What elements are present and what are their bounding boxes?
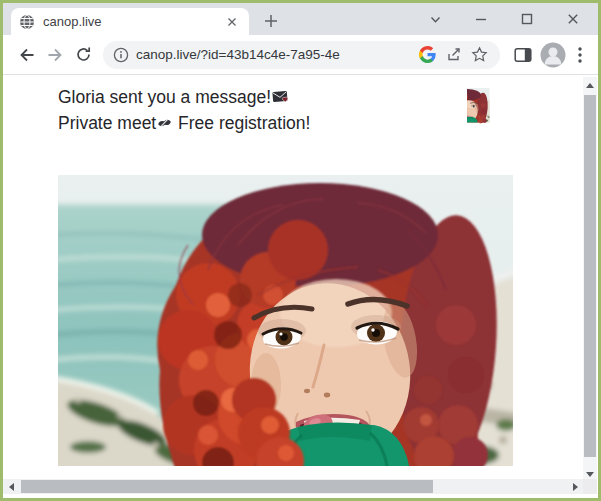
scroll-right-icon[interactable] [567,479,583,494]
share-icon[interactable] [440,42,466,68]
horizontal-scroll-thumb[interactable] [21,480,433,493]
chevron-down-icon[interactable] [412,3,458,35]
sender-photo[interactable] [58,175,513,466]
forward-icon[interactable] [41,41,69,69]
new-tab-button[interactable] [259,9,283,33]
sender-avatar-thumbnail[interactable] [467,83,520,133]
scroll-up-icon[interactable] [583,77,597,93]
page-info-icon[interactable] [113,47,129,63]
vertical-scroll-thumb[interactable] [584,95,596,457]
scrollbar-corner [583,479,597,494]
browser-tab[interactable]: canop.live [11,8,249,35]
back-icon[interactable] [13,41,41,69]
message-line-1-text: Gloria sent you a message! [58,84,271,110]
page-content: Gloria sent you a message! Private meet … [3,76,598,498]
horizontal-scrollbar[interactable] [3,479,583,494]
scroll-left-icon[interactable] [3,479,19,494]
message-line-2-after: Free registration! [173,110,310,136]
message-line-2-before: Private meet [58,110,156,136]
browser-toolbar: canop.live/?id=43b14c4e-7a95-4e [3,35,598,75]
titlebar: canop.live [3,3,598,35]
window-controls [412,3,596,35]
side-panel-icon[interactable] [508,40,538,70]
message-line-1: Gloria sent you a message! [58,84,310,110]
address-bar[interactable]: canop.live/?id=43b14c4e-7a95-4e [103,41,500,69]
menu-kebab-icon[interactable] [568,40,592,70]
close-button[interactable] [550,3,596,35]
url-text: canop.live/?id=43b14c4e-7a95-4e [136,47,414,62]
tab-close-icon[interactable] [223,13,241,31]
love-letter-emoji-icon [272,90,289,104]
maximize-button[interactable] [504,3,550,35]
reload-icon[interactable] [69,41,97,69]
message-line-2: Private meet Free registration! [58,110,310,136]
tab-title: canop.live [43,14,223,29]
message-block: Gloria sent you a message! Private meet … [58,84,310,136]
google-g-icon[interactable] [414,42,440,68]
vertical-scrollbar[interactable] [583,77,597,482]
kiss-mark-emoji-icon [157,117,172,129]
minimize-button[interactable] [458,3,504,35]
bookmark-star-icon[interactable] [466,42,492,68]
profile-avatar-icon[interactable] [538,40,568,70]
globe-favicon-icon [19,14,35,30]
